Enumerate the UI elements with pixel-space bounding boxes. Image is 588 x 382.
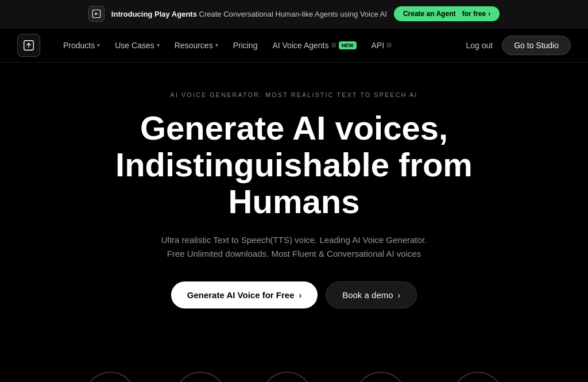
play-item-custom-voices[interactable]: Create Custom AI Voices: [443, 372, 512, 382]
play-agents-icon: [88, 6, 105, 22]
nav-left: Products ▾ Use Cases ▾ Resources ▾ Prici…: [17, 34, 397, 57]
play-circle[interactable]: [452, 372, 504, 382]
play-item-conversational-ai[interactable]: Voice Your Conversational AI: [76, 372, 145, 382]
play-circle[interactable]: [84, 372, 136, 382]
chevron-down-icon: ▾: [97, 42, 100, 48]
play-item-characters[interactable]: Voice your Characters: [347, 372, 415, 382]
banner-text: Introducing Play Agents Create Conversat…: [111, 10, 387, 18]
nav-links: Products ▾ Use Cases ▾ Resources ▾ Prici…: [57, 37, 397, 53]
chevron-down-icon: ▾: [157, 42, 160, 48]
nav-item-resources[interactable]: Resources ▾: [169, 37, 224, 53]
generate-voice-button[interactable]: Generate AI Voice for Free ›: [171, 281, 318, 308]
nav-item-usecases[interactable]: Use Cases ▾: [109, 37, 165, 53]
hero-eyebrow: AI VOICE GENERATOR: MOST REALISTIC TEXT …: [11, 91, 577, 98]
arrow-icon: ›: [398, 291, 401, 300]
nav-item-ai-voice-agents[interactable]: AI Voice Agents ⊞ NEW: [266, 37, 362, 53]
chevron-down-icon: ▾: [215, 42, 218, 48]
go-to-studio-button[interactable]: Go to Studio: [502, 36, 571, 55]
hero-subtitle: Ultra realistic Text to Speech(TTS) voic…: [156, 233, 432, 261]
navbar: Products ▾ Use Cases ▾ Resources ▾ Prici…: [0, 28, 588, 63]
nav-item-api[interactable]: API ⊞: [366, 37, 398, 53]
logout-button[interactable]: Log out: [466, 41, 493, 50]
new-badge: NEW: [339, 41, 357, 49]
external-link-icon: ⊞: [386, 41, 392, 49]
play-circle[interactable]: [175, 372, 226, 382]
play-item-videos[interactable]: Voice Your videos: [173, 372, 228, 382]
hero-title: Generate AI voices, Indistinguishable fr…: [93, 110, 495, 219]
hero-section: AI VOICE GENERATOR: MOST REALISTIC TEXT …: [0, 63, 588, 366]
play-circle[interactable]: [261, 372, 313, 382]
nav-right: Log out Go to Studio: [466, 36, 571, 55]
top-banner: Introducing Play Agents Create Conversat…: [0, 0, 588, 28]
external-link-icon: ⊞: [331, 41, 336, 49]
arrow-icon: ›: [299, 291, 302, 300]
hero-buttons: Generate AI Voice for Free › Book a demo…: [11, 281, 577, 308]
logo[interactable]: [17, 34, 40, 57]
book-demo-button[interactable]: Book a demo ›: [326, 281, 417, 308]
play-row: Voice Your Conversational AI Voice Your …: [0, 366, 588, 382]
nav-item-pricing[interactable]: Pricing: [227, 37, 264, 53]
play-circle[interactable]: [355, 372, 407, 382]
create-agent-button[interactable]: Create an Agent for free ›: [394, 6, 500, 21]
play-item-stories[interactable]: Narrate Your Stories: [256, 372, 318, 382]
nav-item-products[interactable]: Products ▾: [57, 37, 106, 53]
